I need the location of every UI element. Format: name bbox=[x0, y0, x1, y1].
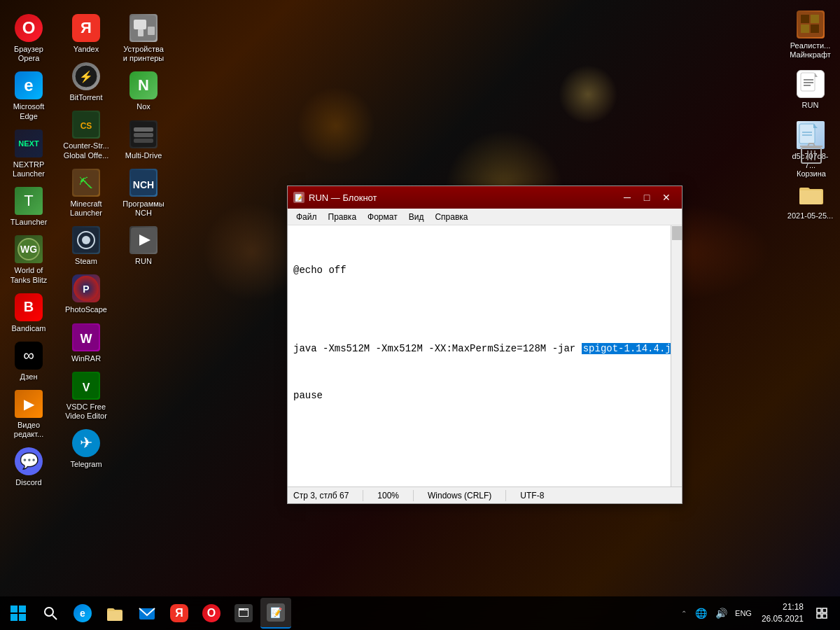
desktop-icon-edge[interactable]: e Microsoft Edge bbox=[4, 68, 54, 124]
recycle-icon bbox=[797, 139, 825, 167]
menu-view[interactable]: Вид bbox=[403, 211, 430, 223]
tray-lang[interactable]: ENG bbox=[734, 609, 753, 617]
line2: java -Xms512M -Xmx512M -XX:MaxPermSize=1… bbox=[293, 341, 676, 356]
desktop-icon-minecraft[interactable]: ⛏ MinecraftLauncher bbox=[61, 165, 111, 221]
desktop-icon-discord[interactable]: 💬 Discord bbox=[4, 444, 54, 491]
desktop-icon-bandicam[interactable]: B Bandicam bbox=[4, 290, 54, 337]
opera-icon: O bbox=[15, 14, 43, 42]
taskbar-opera[interactable]: O bbox=[196, 598, 227, 629]
svg-rect-60 bbox=[822, 614, 827, 618]
notification-button[interactable] bbox=[812, 598, 832, 629]
desktop-icon-photoscape[interactable]: P PhotoScape bbox=[61, 271, 111, 318]
desktop-icon-telegram[interactable]: ✈ Telegram bbox=[61, 426, 111, 472]
realistic-icon bbox=[797, 10, 825, 38]
desktop-icon-realistic[interactable]: Реалисти...Майнкрафт bbox=[785, 7, 836, 63]
desktop-icon-opera[interactable]: O Браузер Opera bbox=[4, 10, 54, 66]
discord-icon: 💬 bbox=[15, 447, 43, 475]
close-button[interactable]: ✕ bbox=[657, 190, 676, 205]
svg-point-54 bbox=[45, 608, 53, 616]
status-lineending: Windows (CRLF) bbox=[428, 491, 491, 500]
desktop-icon-steam[interactable]: Steam bbox=[61, 223, 111, 270]
taskbar-explorer[interactable] bbox=[99, 598, 130, 629]
svg-line-55 bbox=[52, 615, 57, 620]
status-sep2 bbox=[413, 490, 414, 501]
start-button[interactable] bbox=[3, 598, 34, 629]
taskbar-yandex[interactable]: Я bbox=[164, 598, 195, 629]
desktop-icon-bittorrent[interactable]: ⚡ BitTorrent bbox=[61, 59, 111, 106]
taskbar-edge[interactable]: e bbox=[67, 598, 98, 629]
notepad-menubar: Файл Правка Формат Вид Справка bbox=[288, 209, 682, 225]
taskbar-clock[interactable]: 21:18 26.05.2021 bbox=[759, 600, 806, 626]
desktop-icon-dzen[interactable]: ∞ Дзен bbox=[4, 338, 54, 385]
tray-network[interactable]: 🌐 bbox=[693, 606, 709, 620]
svg-rect-50 bbox=[10, 606, 18, 612]
taskbar-edge-icon: e bbox=[74, 604, 92, 622]
desktop-icon-tlauncher[interactable]: T TLauncher bbox=[4, 183, 54, 230]
nox-label: Nox bbox=[136, 102, 150, 111]
scrollbar-thumb[interactable] bbox=[672, 226, 682, 240]
desktop-icon-wot[interactable]: WG World ofTanks Blitz bbox=[4, 232, 54, 288]
nextrp-label: NEXTRPLauncher bbox=[13, 160, 45, 178]
tray-sound[interactable]: 🔊 bbox=[713, 606, 729, 620]
desktop-icon-nch[interactable]: NCH ПрограммыNCH bbox=[118, 165, 169, 221]
status-sep1 bbox=[363, 490, 363, 501]
steam-label: Steam bbox=[75, 257, 97, 266]
minecraft-icon: ⛏ bbox=[72, 169, 100, 197]
desktop-icon-devices[interactable]: Устройстваи принтеры bbox=[118, 10, 169, 66]
bittorrent-label: BitTorrent bbox=[69, 93, 102, 102]
desktop-icon-multidrive[interactable]: Multi-Drive bbox=[118, 117, 169, 164]
restore-button[interactable]: □ bbox=[637, 190, 657, 205]
tray-chevron[interactable]: ⌃ bbox=[679, 608, 689, 619]
notepad-window: 📝 RUN — Блокнот ─ □ ✕ Файл Правка Формат… bbox=[287, 186, 682, 504]
realistic-label: Реалисти...Майнкрафт bbox=[790, 41, 831, 59]
menu-format[interactable]: Формат bbox=[362, 211, 403, 223]
desktop-icon-run[interactable]: RUN bbox=[118, 223, 169, 270]
svg-rect-34 bbox=[801, 73, 815, 91]
run-label: RUN bbox=[135, 257, 152, 266]
telegram-icon: ✈ bbox=[72, 429, 100, 457]
status-position: Стр 3, стлб 67 bbox=[293, 491, 349, 500]
desktop-icon-2021[interactable]: 2021-05-25... bbox=[785, 177, 836, 224]
notepad-scrollbar[interactable] bbox=[671, 225, 682, 486]
run-file-icon bbox=[797, 70, 825, 98]
svg-text:⚡: ⚡ bbox=[79, 70, 93, 83]
yandex-icon: Я bbox=[72, 14, 100, 42]
menu-file[interactable]: Файл bbox=[290, 211, 323, 223]
desktop-icon-winrar[interactable]: W WinRAR bbox=[61, 320, 111, 367]
taskbar-notepad[interactable]: 📝 bbox=[260, 598, 291, 629]
line3: pause bbox=[293, 388, 676, 403]
notepad-titlebar[interactable]: 📝 RUN — Блокнот ─ □ ✕ bbox=[288, 186, 682, 209]
desktop-icon-video[interactable]: ▶ Видеоредакт... bbox=[4, 386, 54, 442]
video-icon: ▶ bbox=[15, 390, 43, 418]
taskbar-mail[interactable] bbox=[132, 598, 162, 629]
desktop-icon-yandex[interactable]: Я Yandex bbox=[61, 10, 111, 57]
svg-rect-23 bbox=[134, 133, 153, 137]
vsdc-icon: V bbox=[72, 372, 100, 400]
svg-rect-18 bbox=[134, 20, 146, 29]
2021-icon bbox=[797, 181, 825, 209]
svg-rect-53 bbox=[19, 614, 26, 621]
svg-text:W: W bbox=[80, 332, 92, 346]
svg-rect-20 bbox=[138, 29, 144, 36]
svg-rect-31 bbox=[811, 15, 819, 23]
bandicam-label: Bandicam bbox=[12, 324, 46, 333]
search-button[interactable] bbox=[35, 598, 66, 629]
taskbar-opera-icon: O bbox=[202, 604, 220, 622]
taskbar-yandex-icon: Я bbox=[170, 604, 188, 622]
menu-help[interactable]: Справка bbox=[429, 211, 473, 223]
run-file-label: RUN bbox=[802, 101, 819, 110]
run-desktop-icon bbox=[130, 226, 158, 254]
desktop-icon-nextrp[interactable]: NEXT NEXTRPLauncher bbox=[4, 126, 54, 182]
desktop-icon-csgo[interactable]: CS Counter-Str...Global Offe... bbox=[61, 107, 111, 163]
svg-marker-35 bbox=[815, 73, 818, 77]
bandicam-icon: B bbox=[15, 293, 43, 321]
menu-edit[interactable]: Правка bbox=[323, 211, 363, 223]
desktop-icon-nox[interactable]: N Nox bbox=[118, 68, 169, 115]
desktop-icon-run-file[interactable]: RUN bbox=[785, 66, 836, 113]
minimize-button[interactable]: ─ bbox=[617, 190, 637, 205]
notepad-content-area[interactable]: @echo off java -Xms512M -Xmx512M -XX:Max… bbox=[288, 225, 682, 486]
desktop-icon-recycle[interactable]: Корзина bbox=[786, 135, 836, 182]
dzen-icon: ∞ bbox=[15, 342, 43, 370]
desktop-icon-vsdc[interactable]: V VSDC FreeVideo Editor bbox=[61, 368, 111, 424]
taskbar-unknown[interactable]: 🗔 bbox=[228, 598, 259, 629]
